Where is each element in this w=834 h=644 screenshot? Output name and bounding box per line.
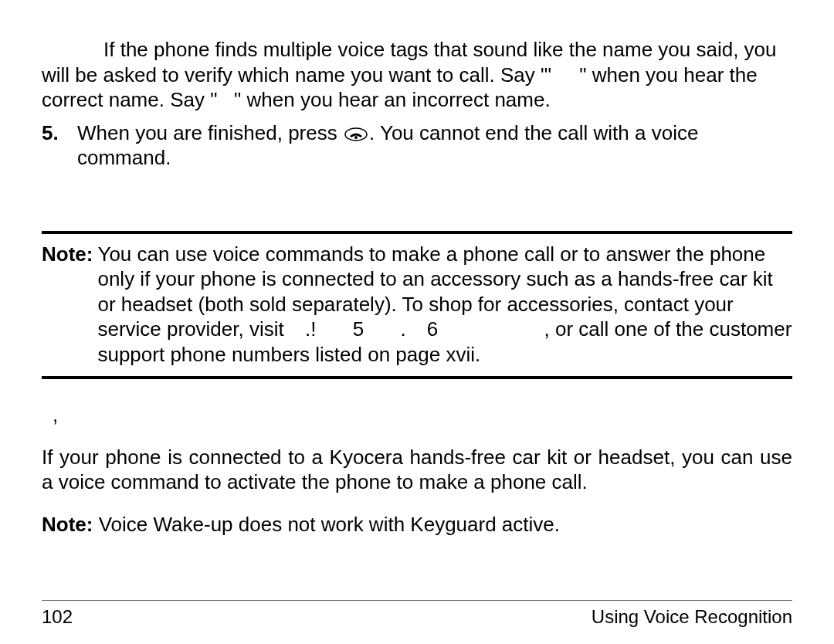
note-label: Note: xyxy=(42,513,93,536)
note-label: Note: xyxy=(42,242,93,368)
list-item-5: 5. When you are finished, press . You ca… xyxy=(42,120,792,171)
note-voice-wakeup: Note: Voice Wake-up does not work with K… xyxy=(42,512,792,537)
text-before-icon: When you are finished, press xyxy=(77,121,343,144)
paragraph-text: If the phone finds multiple voice tags t… xyxy=(42,38,777,111)
list-item-text: When you are finished, press . You canno… xyxy=(77,120,792,171)
paragraph-handsfree: If your phone is connected to a Kyocera … xyxy=(42,445,792,495)
note-block-accessories: Note: You can use voice commands to make… xyxy=(42,231,792,380)
svg-point-1 xyxy=(354,136,358,139)
note-text: You can use voice commands to make a pho… xyxy=(97,242,792,368)
page-footer: 102 Using Voice Recognition xyxy=(42,600,792,629)
chapter-title: Using Voice Recognition xyxy=(592,605,792,629)
list-number: 5. xyxy=(42,120,77,171)
end-call-icon xyxy=(344,127,368,141)
page-number: 102 xyxy=(42,605,73,629)
paragraph-voice-tags: If the phone finds multiple voice tags t… xyxy=(42,37,792,113)
note-text: Voice Wake-up does not work with Keyguar… xyxy=(93,513,560,536)
small-mark: , xyxy=(53,402,792,428)
